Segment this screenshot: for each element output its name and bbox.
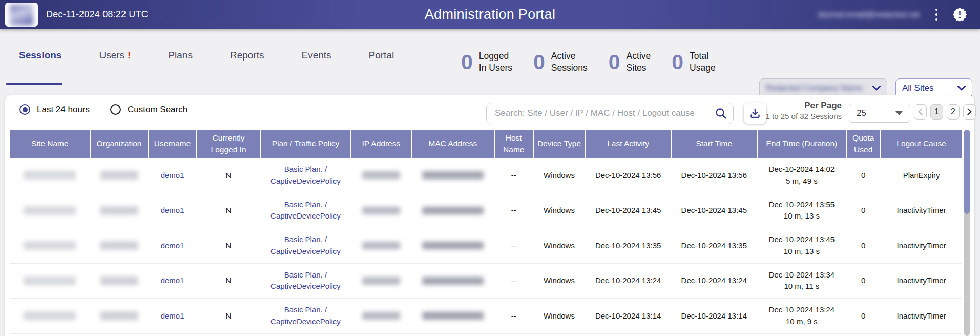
nav-tabs: SessionsUsers!PlansReportsEventsPortal [19, 50, 394, 61]
chevron-down-icon [872, 86, 881, 91]
cell-host_name: -- [495, 158, 533, 193]
cell-plan: Basic Plan. /CaptiveDevicePolicy [261, 299, 350, 333]
redacted-value [422, 171, 484, 179]
column-header-organization[interactable]: Organization [91, 130, 148, 158]
cell-ip_address [351, 228, 411, 263]
redacted-value [100, 276, 138, 285]
cell-username[interactable]: demo1 [149, 299, 196, 333]
cell-line: CaptiveDevicePolicy [270, 246, 341, 258]
per-page-select[interactable]: 25 [849, 104, 910, 123]
redacted-value [362, 242, 400, 249]
per-page-info: Per Page 1 to 25 of 32 Sessions [758, 101, 842, 121]
cell-host_name: -- [495, 193, 533, 228]
user-email-blurred: blurred.email@redacted.net [819, 10, 920, 19]
cell-organization [91, 158, 148, 193]
cell-last_activity: Dec-10-2024 13:45 [586, 193, 671, 228]
cell-line: Dec-10-2024 13:24 [769, 304, 835, 316]
cell-username[interactable]: demo1 [149, 228, 196, 263]
search-icon[interactable] [715, 108, 726, 119]
column-header-logout_cause[interactable]: Logout Cause [881, 130, 962, 158]
column-header-username[interactable]: Username [149, 130, 196, 158]
cell-line: 10 m, 13 s [784, 210, 820, 222]
cell-logout_cause: PlanExpiry [881, 158, 962, 193]
tab-users[interactable]: Users! [99, 50, 131, 61]
table-row: demo1NBasic Plan. /CaptiveDevicePolicy--… [10, 264, 962, 299]
cell-organization [91, 228, 148, 263]
cell-last_activity: Dec-10-2024 13:56 [586, 158, 671, 193]
column-header-plan[interactable]: Plan / Traffic Policy [261, 130, 350, 158]
column-header-logged_in[interactable]: Currently Logged In [197, 130, 260, 158]
kebab-menu-icon[interactable] [932, 7, 941, 23]
next-page-button[interactable] [963, 104, 976, 120]
cell-line: Dec-10-2024 13:45 [769, 234, 835, 246]
column-header-start_time[interactable]: Start Time [672, 130, 757, 158]
radio-label: Custom Search [128, 105, 187, 115]
column-header-host_name[interactable]: Host Name [495, 130, 533, 158]
stat-label: ActiveSessions [551, 50, 588, 74]
cell-line: Basic Plan. / [284, 199, 327, 211]
cell-host_name: -- [495, 264, 533, 299]
radio-selected-icon [19, 104, 30, 115]
tab-reports[interactable]: Reports [230, 50, 264, 61]
cell-organization [91, 193, 148, 228]
navigation-strip: SessionsUsers!PlansReportsEventsPortal 0… [0, 29, 980, 95]
cell-last_activity: Dec-10-2024 13:24 [586, 264, 671, 299]
tab-sessions[interactable]: Sessions [19, 50, 61, 61]
cell-logout_cause: InactivityTimer [881, 264, 962, 299]
redacted-value [24, 276, 76, 285]
cell-site_name [10, 193, 90, 228]
cell-logged_in: N [197, 158, 260, 193]
stat-sessions: 0ActiveSessions [523, 44, 598, 81]
cell-ip_address [351, 299, 411, 333]
column-header-last_activity[interactable]: Last Activity [586, 130, 671, 158]
cell-line: CaptiveDevicePolicy [270, 210, 341, 222]
redacted-value [100, 171, 138, 180]
search-box [486, 103, 734, 124]
session-stats: 0LoggedIn Users0ActiveSessions0ActiveSit… [451, 44, 726, 81]
redacted-value [24, 171, 76, 180]
cell-mac_address [412, 193, 494, 228]
table-row: demo1NBasic Plan. /CaptiveDevicePolicy--… [10, 228, 962, 264]
column-header-quota_used[interactable]: Quota Used [847, 130, 880, 158]
column-header-end_time[interactable]: End Time (Duration) [758, 130, 846, 158]
cell-username[interactable]: demo1 [149, 158, 196, 193]
cell-logged_in: N [197, 193, 260, 228]
cell-end_time: Dec-10-2024 13:2410 m, 9 s [758, 299, 846, 333]
cell-username[interactable]: demo1 [149, 264, 196, 299]
scrollbar-thumb[interactable] [964, 130, 970, 214]
radio-custom-search[interactable]: Custom Search [110, 104, 187, 115]
cell-line: CaptiveDevicePolicy [270, 316, 341, 328]
cell-line: Basic Plan. / [284, 164, 327, 175]
cell-quota_used: 0 [847, 228, 880, 263]
logo-image-blurred [10, 5, 33, 25]
top-bar: Dec-11-2024 08:22 UTC Administration Por… [0, 0, 980, 29]
radio-last-24-hours[interactable]: Last 24 hours [19, 104, 90, 115]
previous-page-button[interactable] [914, 104, 927, 120]
stat-label: TotalUsage [690, 50, 716, 74]
redacted-value [100, 206, 138, 215]
pagination: 12 [914, 104, 976, 120]
current-datetime: Dec-11-2024 08:22 UTC [46, 9, 148, 20]
tab-events[interactable]: Events [301, 50, 331, 61]
alert-badge-icon[interactable] [953, 8, 967, 22]
cell-site_name [10, 264, 90, 299]
column-header-ip_address[interactable]: IP Address [351, 130, 411, 158]
table-row: demo1NBasic Plan. /CaptiveDevicePolicy--… [10, 158, 962, 193]
column-header-mac_address[interactable]: MAC Address [412, 130, 494, 158]
cell-mac_address [412, 264, 494, 299]
tab-portal[interactable]: Portal [369, 50, 394, 61]
search-input[interactable] [486, 103, 734, 124]
tab-plans[interactable]: Plans [168, 50, 193, 61]
page-button-2[interactable]: 2 [947, 104, 960, 120]
cell-start_time: Dec-10-2024 13:24 [672, 264, 757, 299]
redacted-value [362, 207, 400, 214]
table-header: Site NameOrganizationUsernameCurrently L… [10, 130, 962, 158]
column-header-site_name[interactable]: Site Name [10, 130, 90, 158]
stat-value: 0 [461, 52, 473, 73]
company-logo[interactable] [5, 3, 38, 27]
redacted-value [24, 241, 76, 250]
column-header-device_type[interactable]: Device Type [534, 130, 585, 158]
page-button-1[interactable]: 1 [930, 104, 943, 120]
cell-username[interactable]: demo1 [149, 193, 196, 228]
cell-quota_used: 0 [847, 299, 880, 333]
